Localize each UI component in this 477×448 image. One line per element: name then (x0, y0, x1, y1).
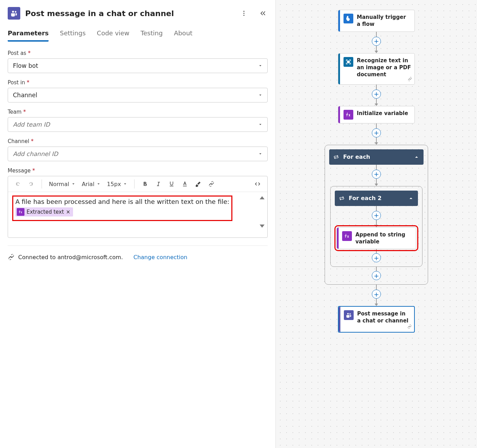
more-button[interactable] (239, 8, 249, 18)
redo-button[interactable] (26, 178, 37, 190)
label-post-as: Post as * (8, 50, 268, 56)
chevron-down-icon (258, 64, 262, 68)
italic-button[interactable] (153, 178, 164, 190)
node-ocr[interactable]: Recognize text in an image or a PDF docu… (338, 53, 415, 85)
action-header: Post message in a chat or channel (8, 7, 268, 20)
editor-body[interactable]: A file has been processed and here is al… (8, 192, 267, 237)
bold-button[interactable] (139, 178, 151, 190)
select-post-as-value: Flow bot (13, 62, 38, 69)
node-foreach-2[interactable]: For each 2 (335, 191, 418, 206)
fx-icon (344, 110, 353, 120)
chevron-down-icon (71, 182, 75, 186)
svg-point-2 (244, 15, 245, 16)
add-action-button[interactable]: + (372, 253, 381, 262)
loop-icon (339, 195, 345, 201)
action-title: Post message in a chat or channel (25, 9, 174, 18)
svg-point-1 (244, 13, 245, 14)
underline-button[interactable] (166, 178, 177, 190)
chevron-down-icon (123, 182, 127, 186)
editor-scrollbar[interactable] (260, 196, 265, 228)
size-select[interactable]: 15px (105, 181, 129, 187)
node-post-message[interactable]: Post message in a chat or channel (338, 306, 415, 333)
node-title: Post message in a chat or channel (357, 310, 411, 325)
connection-text: Connected to antrod@microsoft.com. (18, 254, 123, 261)
select-post-as[interactable]: Flow bot (8, 58, 268, 73)
separator (8, 246, 268, 246)
dynamic-content-token[interactable]: Extracted text × (15, 207, 73, 216)
scan-icon (344, 57, 353, 67)
highlighted-region: A file has been processed and here is al… (12, 195, 232, 221)
node-title: Recognize text in an image or a PDF docu… (357, 57, 411, 78)
rich-text-editor: Normal Arial 15px A file has been proces… (8, 176, 268, 238)
highlight-button[interactable] (193, 178, 204, 190)
link-icon (407, 324, 412, 330)
label-channel: Channel * (8, 138, 268, 144)
node-title: Append to string variable (355, 231, 412, 246)
message-text: A file has been processed and here is al… (15, 198, 229, 205)
chevron-down-icon (96, 182, 101, 186)
add-action-button[interactable]: + (372, 271, 381, 280)
tabs-bar: Parameters Settings Code view Testing Ab… (8, 29, 268, 42)
tab-parameters[interactable]: Parameters (8, 29, 49, 42)
add-action-button[interactable]: + (372, 128, 381, 137)
insert-link-button[interactable] (206, 178, 217, 190)
fx-icon (342, 231, 352, 241)
code-view-toggle[interactable] (252, 178, 263, 190)
chevron-down-icon (258, 93, 262, 97)
tab-codeview[interactable]: Code view (97, 29, 129, 42)
select-team[interactable]: Add team ID (8, 117, 268, 132)
foreach2-container: For each 2 + Append to string variable (330, 186, 422, 267)
chevron-down-icon (258, 152, 262, 156)
select-channel-placeholder: Add channel ID (13, 150, 58, 157)
add-action-button[interactable]: + (372, 170, 381, 179)
node-foreach[interactable]: For each (329, 149, 424, 165)
connection-row: Connected to antrod@microsoft.com. Chang… (8, 254, 268, 261)
add-action-button[interactable]: + (372, 37, 381, 46)
chevron-up-icon (414, 154, 419, 160)
tab-settings[interactable]: Settings (60, 29, 86, 42)
editor-toolbar: Normal Arial 15px (8, 176, 267, 192)
flow-canvas[interactable]: Manually trigger a flow + Recognize text… (275, 0, 477, 448)
add-action-button[interactable]: + (372, 290, 381, 299)
foreach-container: For each + For each 2 + (325, 145, 428, 285)
node-initialize-variable[interactable]: Initialize variable (338, 106, 415, 123)
font-color-button[interactable] (179, 178, 190, 190)
style-select[interactable]: Normal (47, 181, 78, 187)
token-label: Extracted text (27, 209, 64, 215)
link-icon (8, 254, 15, 261)
touch-icon (344, 14, 353, 23)
label-post-in: Post in * (8, 79, 268, 86)
teams-icon (8, 7, 20, 20)
tab-testing[interactable]: Testing (140, 29, 162, 42)
add-action-button[interactable]: + (372, 211, 381, 220)
select-post-in[interactable]: Channel (8, 88, 268, 102)
node-trigger[interactable]: Manually trigger a flow (338, 10, 415, 32)
node-title: For each (343, 154, 370, 160)
node-append-string[interactable]: Append to string variable (337, 227, 416, 249)
link-icon (407, 76, 412, 83)
undo-button[interactable] (12, 178, 23, 190)
token-remove[interactable]: × (66, 209, 71, 215)
teams-icon (344, 310, 354, 320)
chevron-down-icon (258, 122, 262, 127)
scroll-down-icon (260, 225, 265, 228)
action-config-panel: Post message in a chat or channel Parame… (0, 0, 275, 448)
node-title: For each 2 (349, 195, 382, 201)
chevron-up-icon (408, 195, 414, 201)
label-message: Message * (8, 168, 268, 174)
label-team: Team * (8, 109, 268, 115)
select-channel[interactable]: Add channel ID (8, 147, 268, 161)
select-post-in-value: Channel (13, 92, 37, 99)
change-connection-link[interactable]: Change connection (133, 254, 188, 261)
tab-about[interactable]: About (174, 29, 193, 42)
node-title: Initialize variable (357, 110, 408, 117)
svg-point-0 (244, 11, 245, 12)
select-team-placeholder: Add team ID (13, 121, 50, 128)
fx-icon (17, 208, 24, 216)
add-action-button[interactable]: + (372, 90, 381, 99)
loop-icon (333, 154, 339, 160)
font-select[interactable]: Arial (80, 181, 103, 187)
collapse-panel-button[interactable] (258, 8, 268, 18)
scroll-up-icon (260, 196, 265, 199)
node-title: Manually trigger a flow (357, 14, 411, 28)
